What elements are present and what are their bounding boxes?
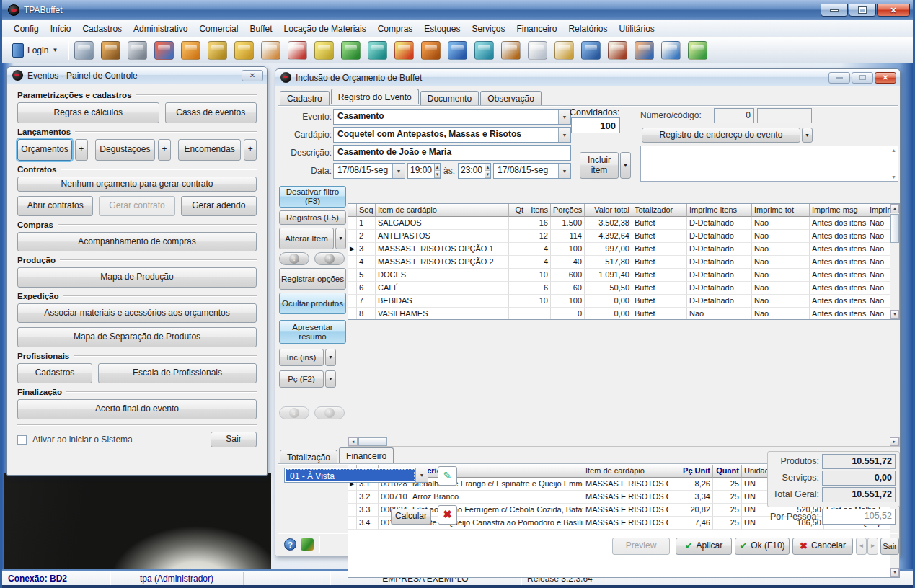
cardapio-grid-row-2[interactable]: ▶3MASSAS E RISOTOS OPÇÃO 14100997,00Buff…: [348, 243, 899, 256]
menu-item-administrativo[interactable]: Administrativo: [128, 22, 193, 36]
forma-pagamento-combo[interactable]: 01 - À Vista ▼: [284, 468, 428, 483]
blue-book-icon[interactable]: [448, 41, 467, 60]
cheese-icon[interactable]: [234, 41, 254, 60]
hora-inicio-spinner[interactable]: 19:00 ▲▼: [407, 163, 441, 179]
scroll-down-icon[interactable]: ▼: [891, 174, 896, 179]
cardapio-grid-row-5[interactable]: 6CAFÉ66050,50BuffetD-DetalhadoNãoAntes d…: [348, 282, 899, 295]
orcamentos-button[interactable]: Orçamentos: [17, 139, 72, 161]
cardapio-grid-row-1[interactable]: 2ANTEPASTOS121144.392,64BuffetD-Detalhad…: [348, 230, 899, 243]
cardapio-grid-colheader-8[interactable]: Imprime tot: [752, 204, 810, 217]
ok-button[interactable]: ✔Ok (F10): [735, 538, 790, 555]
scroll-up-icon[interactable]: ▲: [890, 204, 899, 213]
escala-profissionais-button[interactable]: Escala de Profissionais: [98, 363, 257, 383]
cardapio-grid-colheader-0[interactable]: Seq: [357, 204, 376, 217]
produtos-grid-colheader-2[interactable]: Descrição: [410, 465, 583, 478]
scroll-down-icon[interactable]: ▼: [890, 310, 899, 319]
orcamento-sair-button[interactable]: Sair: [880, 538, 899, 555]
mail-open-icon[interactable]: [554, 41, 574, 60]
add-user-icon[interactable]: [635, 41, 654, 60]
regras-calculos-button[interactable]: Regras e cálculos: [17, 102, 159, 123]
tab-observa-o[interactable]: Observação: [480, 91, 542, 105]
nav-next-button[interactable]: ►: [867, 538, 878, 555]
menu-item-utilit-rios[interactable]: Utilitários: [613, 22, 660, 36]
spin-up-icon[interactable]: ▲: [435, 164, 440, 171]
incluir-item-button[interactable]: Incluir item: [580, 152, 619, 179]
cardapio-grid-row-3[interactable]: 4MASSAS E RISOTOS OPÇÃO 2440517,80Buffet…: [348, 256, 899, 269]
incluir-item-dropdown-button[interactable]: ▼: [620, 152, 631, 179]
menu-item-config[interactable]: Config: [8, 22, 45, 36]
orcamentos-add-button[interactable]: +: [75, 139, 88, 161]
preco-f2-dropdown-button[interactable]: ▼: [325, 370, 336, 388]
abrir-contratos-button[interactable]: Abrir contratos: [17, 196, 93, 216]
teal-page-icon[interactable]: [368, 41, 387, 60]
orcamento-close-button[interactable]: ✕: [875, 72, 896, 84]
degustacoes-button[interactable]: Degustações: [95, 139, 156, 161]
planner-icon[interactable]: [608, 41, 627, 60]
editar-pagamento-button[interactable]: ✎: [438, 466, 457, 486]
phone-icon[interactable]: [208, 41, 227, 60]
orcamento-minimize-button[interactable]: [828, 72, 850, 84]
associar-materiais-button[interactable]: Associar materiais e acessórios aos orça…: [17, 303, 257, 323]
acompanhamento-compras-button[interactable]: Acompanhamento de compras: [17, 232, 257, 251]
cardapio-grid-colheader-2[interactable]: Qt: [509, 204, 526, 217]
convidados-input[interactable]: 100: [571, 117, 620, 133]
eventos-close-button[interactable]: ✕: [242, 70, 263, 81]
add-table-icon[interactable]: [688, 41, 707, 60]
scroll-left-icon[interactable]: ◄: [348, 437, 358, 446]
hora-fim-spinner[interactable]: 23:00 ▲▼: [458, 163, 491, 179]
tab-financeiro[interactable]: Financeiro: [339, 447, 394, 463]
checklist-icon[interactable]: [288, 41, 307, 60]
incluir-produto-button[interactable]: Inc (ins): [279, 349, 324, 366]
registro-endereco-dropdown-button[interactable]: ▼: [802, 128, 813, 143]
chevron-down-icon[interactable]: ▼: [558, 110, 570, 124]
chevron-down-icon[interactable]: ▼: [392, 164, 405, 178]
ativar-iniciar-checkbox[interactable]: [17, 435, 27, 445]
cardapio-grid-row-4[interactable]: 5DOCES106001.091,40BuffetD-DetalhadoNãoA…: [348, 269, 899, 282]
descricao-input[interactable]: Casamento de João e Maria: [333, 145, 571, 161]
menu-item-cadastros[interactable]: Cadastros: [76, 22, 128, 36]
registrar-opcoes-button[interactable]: Registrar opções: [279, 268, 346, 290]
move-item-down-button[interactable]: ↓: [279, 252, 309, 265]
incluir-produto-dropdown-button[interactable]: ▼: [325, 349, 336, 366]
produtos-grid-colheader-3[interactable]: Item de cardápio: [583, 465, 668, 478]
tab-registro-do-evento[interactable]: Registro do Evento: [331, 89, 419, 104]
alterar-item-dropdown-button[interactable]: ▼: [335, 228, 346, 249]
scroll-up-icon[interactable]: ▲: [891, 148, 896, 153]
menu-item-estoques[interactable]: Estoques: [418, 22, 466, 36]
menu-item-loca-o-de-materiais[interactable]: Locação de Materiais: [278, 22, 372, 36]
menu-item-comercial[interactable]: Comercial: [193, 22, 244, 36]
cancelar-button[interactable]: ✖Cancelar: [792, 538, 853, 555]
cardapio-grid-row-0[interactable]: 1SALGADOS161.5003.502,38BuffetD-Detalhad…: [348, 217, 899, 230]
cardapio-grid-colheader-5[interactable]: Valor total: [585, 204, 632, 217]
cardapio-grid-vscrollbar[interactable]: ▲▼: [890, 204, 899, 319]
aplicar-button[interactable]: ✔Aplicar: [676, 538, 732, 555]
scroll-right-icon[interactable]: ►: [890, 437, 899, 446]
menu-item-relat-rios[interactable]: Relatórios: [562, 22, 613, 36]
move-produto-down-button[interactable]: ↓: [279, 406, 309, 419]
cardapio-grid-colheader-4[interactable]: Porções: [551, 204, 585, 217]
archive-box-icon[interactable]: [101, 41, 120, 60]
spin-up-icon[interactable]: ▲: [485, 164, 490, 171]
export-icon[interactable]: [301, 538, 314, 551]
nenhum-orcamento-button[interactable]: Nenhum orçamento para gerar contrato: [17, 177, 257, 192]
gerar-adendo-button[interactable]: Gerar adendo: [181, 196, 257, 216]
copy-icon[interactable]: [261, 41, 280, 60]
menu-item-financeiro[interactable]: Financeiro: [510, 22, 562, 36]
mail-icon[interactable]: [528, 41, 547, 60]
print-icon[interactable]: [74, 41, 94, 60]
cardapio-grid-row-6[interactable]: 7BEBIDAS101000,00BuffetD-DetalhadoNãoAnt…: [348, 295, 899, 308]
codigo-input[interactable]: [757, 108, 812, 123]
cardapio-grid-hscrollbar[interactable]: ◄ ►: [348, 437, 900, 447]
produtos-grid-colheader-5[interactable]: Quant: [713, 465, 742, 478]
menu-item-servi-os[interactable]: Serviços: [466, 22, 510, 36]
tools-icon[interactable]: [128, 41, 147, 60]
excluir-parcela-button[interactable]: ✖: [438, 505, 457, 525]
menu-item-in-cio[interactable]: Início: [45, 22, 77, 36]
spin-down-icon[interactable]: ▼: [435, 171, 440, 178]
help-button[interactable]: ?: [284, 538, 296, 551]
calcular-button[interactable]: Calcular: [391, 509, 431, 525]
apresentar-resumo-button[interactable]: Apresentar resumo: [279, 320, 346, 344]
acerto-final-button[interactable]: Acerto final do evento: [17, 399, 257, 419]
cardapio-grid-colheader-1[interactable]: Item de cardápio: [376, 204, 509, 217]
cardapio-grid-colheader-3[interactable]: Itens: [526, 204, 551, 217]
